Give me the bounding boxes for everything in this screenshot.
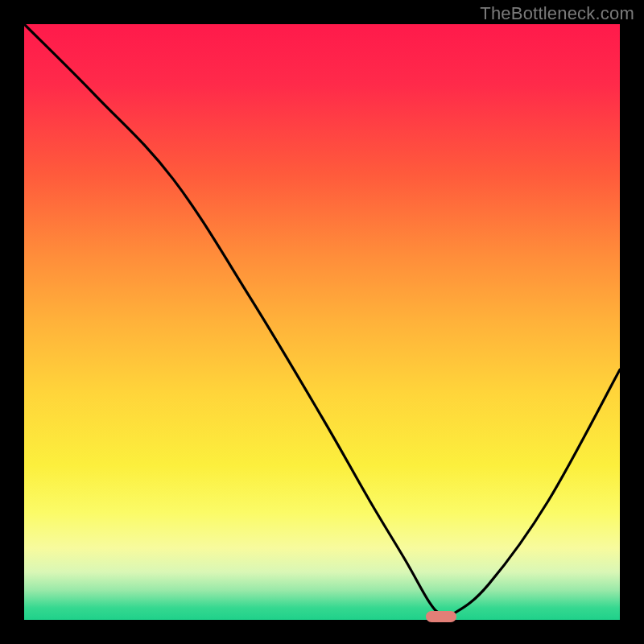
curve-path (24, 24, 620, 617)
optimal-marker (426, 611, 456, 622)
plot-area (24, 24, 620, 620)
watermark-text: TheBottleneck.com (480, 3, 634, 24)
bottleneck-curve (24, 24, 620, 620)
chart-frame: TheBottleneck.com (0, 0, 644, 644)
